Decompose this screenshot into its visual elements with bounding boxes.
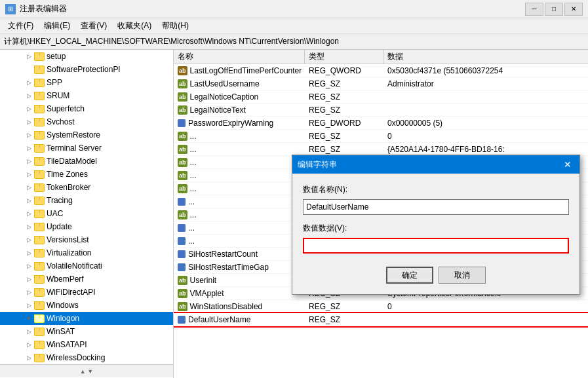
expand-icon: ▷ bbox=[24, 197, 34, 204]
tree-item[interactable]: ▷Update bbox=[0, 220, 173, 233]
tree-item-label: Tracing bbox=[47, 196, 73, 205]
expand-icon: ▼ bbox=[24, 315, 34, 322]
tree-item[interactable]: ▷Time Zones bbox=[0, 168, 173, 181]
expand-icon: ▷ bbox=[24, 184, 34, 191]
folder-icon bbox=[34, 196, 45, 205]
tree-item[interactable]: ▷Virtualization bbox=[0, 246, 173, 259]
expand-icon: ▷ bbox=[24, 53, 34, 60]
tree-item-label: WinSATAPI bbox=[47, 340, 87, 349]
confirm-button[interactable]: 确定 bbox=[386, 267, 433, 284]
expand-icon: ▷ bbox=[24, 210, 34, 217]
title-bar: ⊞ 注册表编辑器 ─ □ ✕ bbox=[0, 0, 588, 18]
tree-item[interactable]: ▷SPP bbox=[0, 76, 173, 89]
folder-icon bbox=[34, 301, 45, 310]
tree-item[interactable]: ▷UAC bbox=[0, 207, 173, 220]
expand-icon: ▷ bbox=[24, 171, 34, 178]
tree-item-label: Winlogon bbox=[47, 314, 79, 323]
expand-icon: ▷ bbox=[24, 79, 34, 86]
tree-item-label: Virtualization bbox=[47, 248, 91, 257]
address-bar: 计算机\HKEY_LOCAL_MACHINE\SOFTWARE\Microsof… bbox=[0, 34, 588, 50]
folder-icon bbox=[34, 235, 45, 244]
name-label: 数值名称(N): bbox=[303, 184, 569, 195]
modal-overlay: 编辑字符串 ✕ 数值名称(N): 数值数据(V): 确定 取消 bbox=[174, 50, 588, 378]
tree-item[interactable]: ▷Svchost bbox=[0, 115, 173, 128]
tree-item[interactable]: ▷WiFiDirectAPI bbox=[0, 286, 173, 299]
tree-item[interactable]: ▷WbemPerf bbox=[0, 273, 173, 286]
app-icon: ⊞ bbox=[5, 4, 16, 14]
expand-icon: ▷ bbox=[24, 158, 34, 164]
close-button[interactable]: ✕ bbox=[564, 3, 583, 16]
expand-icon: ▷ bbox=[24, 263, 34, 269]
tree-item-label: UAC bbox=[47, 209, 63, 218]
menu-edit[interactable]: 编辑(E) bbox=[39, 19, 75, 33]
folder-icon bbox=[34, 78, 45, 87]
tree-item[interactable]: ▷WirelessDocking bbox=[0, 351, 173, 364]
folder-icon bbox=[34, 248, 45, 257]
expand-icon: ▷ bbox=[24, 276, 34, 282]
dialog-close-button[interactable]: ✕ bbox=[561, 158, 574, 171]
menu-favorites[interactable]: 收藏夹(A) bbox=[112, 19, 157, 33]
tree-item-label: WbemPerf bbox=[47, 274, 84, 284]
tree-item[interactable]: ▷WinSAT bbox=[0, 325, 173, 338]
tree-item[interactable]: ▷WinSATAPI bbox=[0, 338, 173, 351]
folder-icon bbox=[34, 104, 45, 113]
menu-file[interactable]: 文件(F) bbox=[3, 19, 39, 33]
tree-item-label: SystemRestore bbox=[47, 130, 100, 140]
tree-item[interactable]: ▷Windows bbox=[0, 299, 173, 312]
tree-item[interactable]: SoftwareProtectionPl bbox=[0, 63, 173, 76]
address-path: 计算机\HKEY_LOCAL_MACHINE\SOFTWARE\Microsof… bbox=[4, 36, 339, 47]
tree-item-label: Time Zones bbox=[47, 170, 88, 179]
folder-icon bbox=[34, 274, 45, 284]
dialog-title: 编辑字符串 bbox=[298, 159, 337, 170]
expand-icon: ▷ bbox=[24, 250, 34, 256]
right-panel: 名称 类型 数据 abLastLogOffEndTimePerfCounterR… bbox=[174, 50, 588, 378]
tree-item-label: WirelessDocking bbox=[47, 353, 105, 362]
expand-icon: ▷ bbox=[24, 341, 34, 348]
tree-item-label: Terminal Server bbox=[47, 143, 102, 153]
cancel-button[interactable]: 取消 bbox=[439, 267, 486, 284]
folder-icon bbox=[34, 261, 45, 271]
tree-item[interactable]: ▷Tracing bbox=[0, 194, 173, 207]
minimize-button[interactable]: ─ bbox=[525, 3, 543, 16]
menu-help[interactable]: 帮助(H) bbox=[157, 19, 194, 33]
tree-item[interactable]: ▷VolatileNotificati bbox=[0, 259, 173, 273]
tree-item[interactable]: ▷Terminal Server bbox=[0, 142, 173, 155]
tree-item-label: setup bbox=[47, 52, 66, 61]
tree-item[interactable]: ▷setup bbox=[0, 50, 173, 63]
expand-icon: ▷ bbox=[24, 105, 34, 112]
tree-item-label: Windows bbox=[47, 301, 79, 310]
expand-icon: ▷ bbox=[24, 289, 34, 295]
tree-item[interactable]: ▷TokenBroker bbox=[0, 181, 173, 194]
tree-item[interactable]: ▷SystemRestore bbox=[0, 128, 173, 142]
folder-icon bbox=[34, 65, 45, 74]
expand-icon: ▷ bbox=[24, 223, 34, 230]
tree-item[interactable]: ▼Winlogon bbox=[0, 312, 173, 325]
name-input[interactable] bbox=[303, 199, 569, 215]
folder-icon bbox=[34, 183, 45, 192]
tree-item[interactable]: ▷SRUM bbox=[0, 89, 173, 102]
tree-item-label: SRUM bbox=[47, 91, 69, 100]
folder-icon bbox=[34, 117, 45, 126]
menu-bar: 文件(F) 编辑(E) 查看(V) 收藏夹(A) 帮助(H) bbox=[0, 18, 588, 34]
tree-panel[interactable]: ▷setupSoftwareProtectionPl▷SPP▷SRUM▷Supe… bbox=[0, 50, 174, 378]
tree-item-label: WinSAT bbox=[47, 327, 75, 336]
maximize-button[interactable]: □ bbox=[545, 3, 563, 16]
tree-item-label: VersionsList bbox=[47, 235, 89, 244]
tree-item[interactable]: ▷Superfetch bbox=[0, 102, 173, 115]
folder-icon bbox=[34, 327, 45, 336]
menu-view[interactable]: 查看(V) bbox=[75, 19, 112, 33]
folder-icon bbox=[34, 353, 45, 362]
folder-icon bbox=[34, 52, 45, 61]
tree-item-label: Superfetch bbox=[47, 104, 85, 113]
tree-item[interactable]: ▷VersionsList bbox=[0, 233, 173, 246]
expand-icon: ▷ bbox=[24, 119, 34, 125]
folder-icon bbox=[34, 314, 45, 323]
dialog-buttons: 确定 取消 bbox=[303, 267, 569, 284]
edit-string-dialog: 编辑字符串 ✕ 数值名称(N): 数值数据(V): 确定 取消 bbox=[292, 155, 580, 295]
tree-item[interactable]: ▷TileDataModel bbox=[0, 155, 173, 168]
tree-item-label: TileDataModel bbox=[47, 157, 97, 166]
data-input[interactable] bbox=[303, 238, 569, 254]
folder-icon bbox=[34, 170, 45, 179]
folder-icon bbox=[34, 209, 45, 218]
expand-icon: ▷ bbox=[24, 236, 34, 243]
